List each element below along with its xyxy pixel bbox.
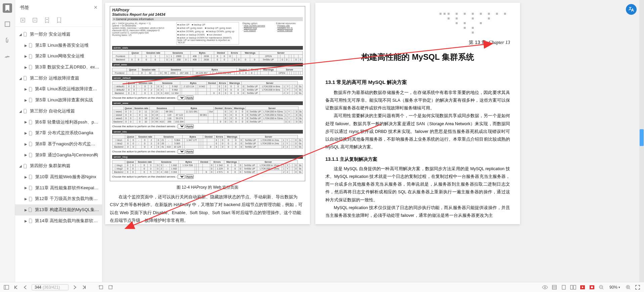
close-icon[interactable]: ×	[94, 4, 97, 11]
add-bookmark-icon[interactable]	[44, 17, 50, 23]
zoom-level[interactable]: 90% ▾	[608, 284, 622, 290]
toc-item[interactable]: ▶第5章 Linux故障排查案例实战	[15, 95, 102, 106]
single-page-icon[interactable]	[561, 284, 567, 290]
expand-all-icon[interactable]	[20, 17, 26, 23]
panel-toggle-icon[interactable]	[3, 284, 9, 290]
toc-item[interactable]: ▶第6章 轻量级运维利器pssh、pdsh	[15, 117, 102, 128]
bookmark-outline-icon[interactable]	[56, 17, 62, 23]
page-icon	[29, 218, 33, 223]
toc-item[interactable]: ▶第1章 Linux服务器安全运维	[15, 40, 102, 51]
caret-icon: ▶	[25, 174, 28, 180]
page-icon	[29, 131, 33, 136]
svg-point-29	[544, 287, 546, 288]
toc-item[interactable]: ▶第12章 千万级高并发负载均衡软件	[15, 193, 102, 204]
toc-item[interactable]: ▶第3章 数据安全工具DRBD、extun	[15, 62, 102, 73]
toc-label: 第一部分 安全运维篇	[30, 30, 71, 39]
toc-label: 第三部分 自动化运维篇	[30, 107, 75, 115]
svg-rect-9	[480, 13, 482, 15]
view-mode-1-icon[interactable]	[551, 284, 557, 290]
rotate-right-icon[interactable]	[107, 284, 113, 290]
page-number-input[interactable]: 344 (363/421)	[32, 284, 68, 290]
toc-item[interactable]: ▶第11章 高性能集群软件Keepalive	[15, 183, 102, 194]
eye-icon[interactable]	[542, 284, 548, 290]
caret-icon: ▶	[25, 141, 28, 147]
activity-bar	[0, 0, 15, 282]
next-page-icon[interactable]	[72, 284, 78, 290]
slideshow-icon[interactable]	[580, 284, 586, 290]
svg-rect-30	[552, 285, 556, 289]
first-page-icon[interactable]	[13, 284, 19, 290]
caret-icon: ▶	[25, 64, 28, 70]
left-page-body: 在这个监控页面中，还可以执行关闭自动刷新、隐藏故障状态的节点、手动刷新、导出数据…	[110, 193, 305, 225]
caret-icon: ◢	[19, 108, 22, 114]
page-icon	[29, 153, 33, 157]
toc-item[interactable]: ◢第二部分 运维故障排查篇	[15, 73, 102, 84]
page-right: 第 13 章 Chapter 13 构建高性能的 MySQL 集群系统 13.1…	[315, 3, 520, 224]
page-icon	[29, 54, 33, 59]
toc-label: 第6章 轻量级运维利器pssh、pdsh	[35, 118, 99, 127]
toc-item[interactable]: ▶第8章 基于nagios的分布式监控报	[15, 139, 102, 150]
fullscreen-icon[interactable]	[635, 284, 641, 290]
page-icon	[29, 142, 33, 146]
translate-button[interactable]	[626, 4, 637, 15]
bookmark-tab-icon[interactable]	[3, 3, 12, 13]
status-bar: 344 (363/421) 90% ▾	[0, 282, 644, 292]
chapter-tag: 第 13 章 Chapter 13	[325, 40, 510, 46]
page-icon	[29, 175, 33, 179]
svg-rect-8	[472, 13, 474, 15]
scroll-thumb[interactable]	[640, 129, 644, 146]
paragraph: MySQL replication 技术仅仅提供了日志的同步执行功能，而从服务器…	[325, 204, 510, 220]
svg-rect-22	[472, 32, 474, 34]
svg-rect-25	[4, 285, 9, 289]
signature-icon[interactable]	[3, 52, 12, 61]
caret-icon: ▶	[25, 152, 28, 158]
rotate-left-icon[interactable]	[98, 284, 104, 290]
record-icon[interactable]	[589, 284, 595, 290]
svg-rect-17	[456, 22, 458, 24]
toc-label: 第2章 Linux网络安全运维	[35, 52, 84, 60]
collapse-all-icon[interactable]	[32, 17, 38, 23]
caret-icon: ▶	[25, 196, 28, 202]
caret-icon: ◢	[19, 163, 22, 169]
zoom-in-icon[interactable]	[625, 284, 631, 290]
haproxy-heading: HAProxy	[112, 8, 303, 12]
svg-rect-5	[448, 13, 450, 15]
toc-label: 第12章 千万级高并发负载均衡软件	[35, 195, 99, 203]
toc-label: 第四部分 集群架构篇	[30, 162, 71, 170]
svg-rect-35	[573, 285, 576, 289]
toc-item[interactable]: ▶第14章 高性能负载均衡集群软件H	[15, 215, 102, 227]
toc-label: 第5章 Linux故障排查案例实战	[35, 96, 93, 104]
page-icon	[29, 197, 33, 201]
last-page-icon[interactable]	[81, 284, 87, 290]
toc-item[interactable]: ◢第四部分 集群架构篇	[15, 160, 102, 172]
toc-item[interactable]: ▶第13章 构建高性能的MySQL集群系	[15, 204, 102, 215]
two-page-icon[interactable]	[570, 284, 576, 290]
toc-item[interactable]: ◢第一部分 安全运维篇	[15, 29, 102, 40]
caret-icon: ▶	[25, 119, 28, 125]
toc-item[interactable]: ▶第2章 Linux网络安全运维	[15, 51, 102, 62]
toc-item[interactable]: ▶第7章 分布式监控系统Ganglia	[15, 128, 102, 139]
toc-item[interactable]: ▶第9章 通过Ganglia与Centreon构	[15, 150, 102, 161]
decorative-dots	[440, 13, 507, 40]
prev-page-icon[interactable]	[22, 284, 28, 290]
toc-label: 第13章 构建高性能的MySQL集群系	[35, 206, 99, 214]
toc-item[interactable]: ◢第三部分 自动化运维篇	[15, 106, 102, 117]
figure-caption: 图 12-4 HAProxy 的 Web 监控页面	[110, 185, 305, 190]
svg-rect-21	[472, 27, 474, 29]
page-icon	[29, 43, 33, 48]
attachment-icon[interactable]	[3, 36, 12, 45]
proc-info-bar: > General process information	[112, 17, 303, 21]
zoom-out-icon[interactable]	[598, 284, 604, 290]
thumbnails-icon[interactable]	[3, 19, 12, 29]
page-icon	[29, 186, 33, 190]
document-viewport[interactable]: HAProxy Statistics Report for pid 14434 …	[102, 0, 639, 282]
toc-item[interactable]: ▶第10章 高性能Web服务器Nginx	[15, 172, 102, 183]
section-13-1: 13.1 常见的高可用 MySQL 解决方案	[325, 79, 510, 86]
toc-label: 第3章 数据安全工具DRBD、extun	[35, 63, 99, 71]
page-icon	[23, 109, 28, 113]
toc-label: 第1章 Linux服务器安全运维	[35, 41, 89, 50]
toc-item[interactable]: ▶第4章 Linux系统运维故障排查思路	[15, 84, 102, 95]
svg-rect-33	[562, 285, 565, 289]
vertical-scrollbar[interactable]	[639, 0, 644, 282]
page-icon	[29, 98, 33, 102]
